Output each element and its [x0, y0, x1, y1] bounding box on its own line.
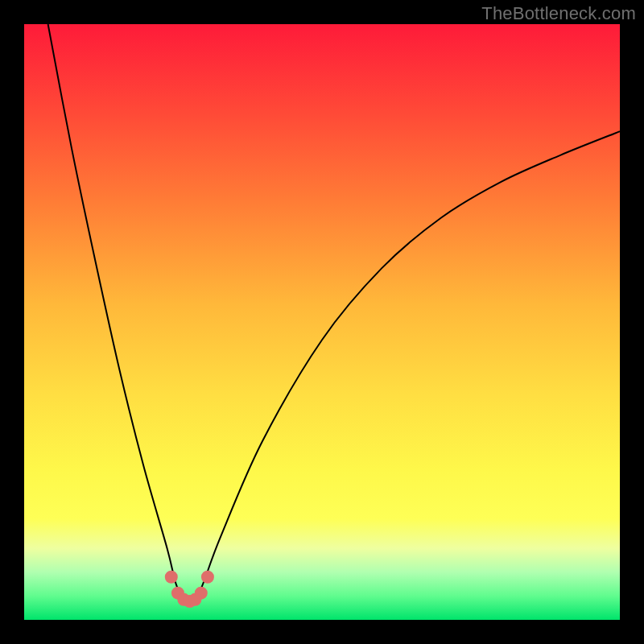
curve-svg: [24, 24, 620, 620]
marker-dot: [165, 571, 178, 584]
marker-group: [165, 571, 214, 608]
bottleneck-curve: [48, 24, 620, 605]
chart-frame: TheBottleneck.com: [0, 0, 644, 644]
plot-area: [24, 24, 620, 620]
watermark-text: TheBottleneck.com: [481, 3, 636, 24]
marker-dot: [195, 587, 208, 600]
marker-dot: [201, 571, 214, 584]
